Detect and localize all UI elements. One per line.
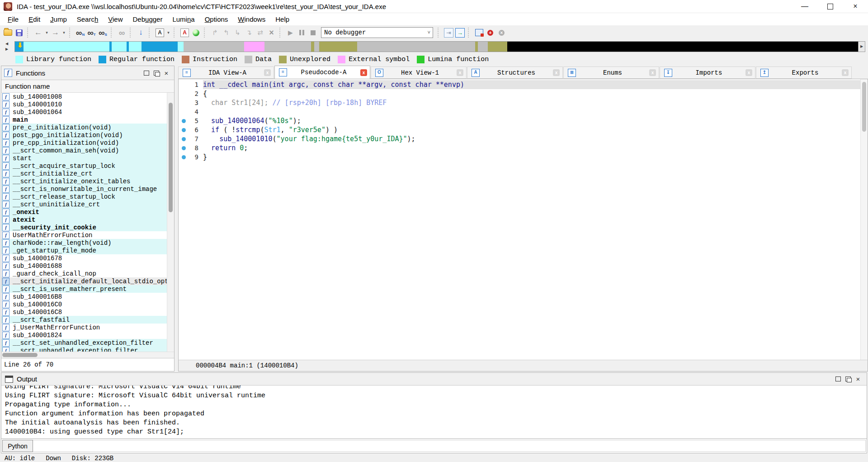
tab-close-icon[interactable]: x [842, 69, 849, 76]
python-cli-input[interactable] [33, 440, 866, 452]
function-row[interactable]: fsub_140001824 [1, 331, 174, 339]
function-row[interactable]: fsub_140001064 [1, 108, 174, 116]
tab-close-icon[interactable]: x [457, 69, 463, 76]
start-process-icon[interactable]: ▶ [285, 28, 296, 38]
jump-by-name-icon[interactable]: ∞N [75, 28, 85, 38]
attach-icon[interactable]: ⇥ [443, 28, 454, 38]
lumina-pull-icon[interactable] [191, 28, 201, 38]
open-debug-window-icon[interactable] [474, 28, 484, 38]
code-line-7[interactable]: 7 sub_140001010("your flag:hgame{te5t_y0… [179, 134, 868, 143]
function-row[interactable]: f__scrt_release_startup_lock [1, 193, 174, 200]
text-search-icon[interactable]: A [179, 28, 190, 38]
debugger-select[interactable]: No debugger˅ [321, 27, 433, 38]
function-row[interactable]: fmain [1, 116, 174, 124]
dbg-step-into-icon[interactable]: ↱ [210, 28, 220, 38]
tab-imports[interactable]: ↧Importsx [660, 67, 755, 79]
navband-end-button[interactable]: ▶ [859, 41, 865, 52]
function-row[interactable]: fatexit [1, 216, 174, 224]
output-float-button[interactable] [843, 375, 853, 384]
function-row[interactable]: fsub_140001678 [1, 254, 174, 262]
code-line-1[interactable]: 1int __cdecl main(int argc, const char *… [179, 80, 868, 89]
function-row[interactable]: fsub_140001010 [1, 100, 174, 108]
function-row[interactable]: f__scrt_is_user_matherr_present [1, 285, 174, 293]
close-button[interactable]: × [843, 0, 868, 13]
function-row[interactable]: fUserMathErrorFunction [1, 231, 174, 239]
python-cli-button[interactable]: Python [2, 440, 33, 452]
function-row[interactable]: fsub_1400016B8 [1, 293, 174, 300]
tab-close-icon[interactable]: x [360, 69, 367, 76]
output-close-button[interactable]: × [853, 375, 863, 384]
minimize-button[interactable]: — [792, 0, 817, 13]
function-row[interactable]: fpre_cpp_initialization(void) [1, 139, 174, 147]
ascii-dd-dropdown-icon[interactable]: ▾ [166, 28, 171, 38]
function-row[interactable]: f_onexit [1, 208, 174, 216]
tab-close-icon[interactable]: x [264, 69, 271, 76]
menu-file[interactable]: File [3, 14, 24, 24]
dbg-run-until-icon[interactable]: ↳ [232, 28, 243, 38]
search-disabled-icon[interactable]: ∞ [117, 28, 127, 38]
jump-text-icon[interactable]: ∞T [86, 28, 97, 38]
function-row[interactable]: f__scrt_common_main_seh(void) [1, 147, 174, 154]
function-row[interactable]: fsub_1400016C0 [1, 300, 174, 308]
function-row[interactable]: f__scrt_set_unhandled_exception_filter [1, 339, 174, 347]
menu-help[interactable]: Help [270, 14, 294, 24]
navigation-band[interactable]: ⬇ [14, 41, 859, 52]
maximize-button[interactable] [817, 0, 843, 13]
jump-next-icon[interactable]: ↓ [136, 28, 146, 38]
menu-view[interactable]: View [103, 14, 127, 24]
function-row[interactable]: fcharNode::raw_length(void) [1, 239, 174, 247]
functions-hscroll-thumb[interactable] [2, 353, 38, 357]
menu-lumina[interactable]: Lumina [167, 14, 199, 24]
forward-dd-dropdown-icon[interactable]: ▾ [61, 28, 66, 38]
code-line-8[interactable]: 8 return 0; [179, 143, 868, 152]
pseudocode-view[interactable]: 1int __cdecl main(int argc, const char *… [178, 79, 868, 360]
tab-close-icon[interactable]: x [553, 69, 560, 76]
function-row[interactable]: f_get_startup_file_mode [1, 247, 174, 254]
navband-right-arrow[interactable]: ▶ [4, 47, 10, 52]
add-breakpoint-icon[interactable]: + [485, 28, 495, 38]
pause-process-icon[interactable] [297, 28, 307, 38]
code-line-9[interactable]: 9} [179, 152, 868, 162]
function-row[interactable]: fsub_140001688 [1, 262, 174, 270]
save-database-icon[interactable] [14, 28, 24, 38]
menu-search[interactable]: Search [72, 14, 104, 24]
code-line-6[interactable]: 6 if ( !strcmp(Str1, "r3ver5e") ) [179, 125, 868, 134]
function-row[interactable]: fstart [1, 154, 174, 162]
menu-jump[interactable]: Jump [45, 14, 72, 24]
function-row[interactable]: fsub_140001008 [1, 93, 174, 100]
code-line-2[interactable]: 2{ [179, 89, 868, 98]
dbg-return-icon[interactable]: ↴ [244, 28, 254, 38]
tab-pseudocode-a[interactable]: ≡Pseudocode-Ax [274, 66, 370, 79]
menu-debugger[interactable]: Debugger [128, 14, 168, 24]
function-row[interactable]: f__scrt_is_nonwritable_in_current_image [1, 185, 174, 193]
function-row[interactable]: f__scrt_uninitialize_crt [1, 200, 174, 208]
functions-vertical-scrollbar[interactable] [167, 93, 174, 352]
code-line-4[interactable]: 4 [179, 107, 868, 116]
open-file-icon[interactable] [3, 28, 13, 38]
dbg-trace-icon[interactable]: ⇄ [255, 28, 265, 38]
pseudocode-vscroll-thumb[interactable] [862, 82, 866, 132]
tab-close-icon[interactable]: x [649, 69, 656, 76]
function-row[interactable]: fpre_c_initialization(void) [1, 124, 174, 131]
delete-breakpoint-icon[interactable]: × [496, 28, 507, 38]
functions-vscroll-thumb[interactable] [169, 103, 173, 212]
tab-enums[interactable]: ≣Enumsx [563, 67, 659, 79]
functions-maximize-button[interactable] [142, 68, 151, 77]
functions-column-header[interactable]: Function name [1, 80, 174, 93]
back-icon[interactable]: ← [33, 28, 43, 38]
function-row[interactable]: f__scrt_initialize_default_local_stdio_o… [1, 277, 174, 285]
forward-icon[interactable]: → [50, 28, 61, 38]
tab-structures[interactable]: AStructuresx [467, 67, 563, 79]
tab-exports[interactable]: ↥Exportsx [756, 67, 852, 79]
code-line-5[interactable]: 5 sub_140001064("%10s"); [179, 116, 868, 125]
menu-windows[interactable]: Windows [233, 14, 270, 24]
menu-options[interactable]: Options [200, 14, 233, 24]
ascii-strings-icon[interactable]: A [155, 28, 165, 38]
function-row[interactable]: f__scrt_fastfail [1, 316, 174, 324]
functions-float-button[interactable] [151, 68, 161, 77]
pseudocode-vertical-scrollbar[interactable] [860, 79, 868, 360]
continue-icon[interactable]: → [455, 28, 465, 38]
function-row[interactable]: fpost_pgo_initialization(void) [1, 131, 174, 139]
output-log[interactable]: Using FLIRT signature: Microsoft VisualC… [1, 386, 867, 438]
function-row[interactable]: fsub_1400016C8 [1, 308, 174, 316]
